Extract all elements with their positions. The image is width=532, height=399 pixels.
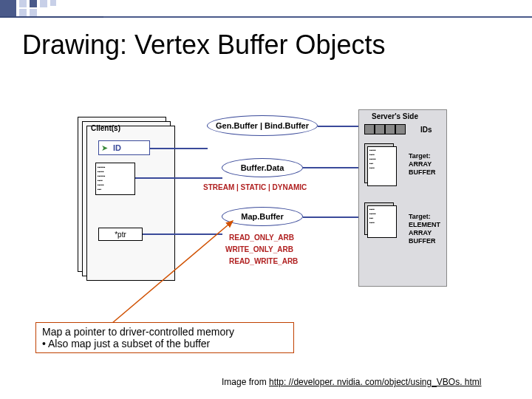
slide-title: Drawing: Vertex Buffer Objects [22,30,386,61]
server-title: Server's Side [372,112,418,120]
callout-arrow-icon [100,216,248,335]
caption-line2: • Also map just a subset of the buffer [42,338,287,349]
genbuffer-bindbuffer-node: Gen.Buffer | Bind.Buffer [207,115,318,136]
client-label: Client(s) [91,124,120,132]
vbo-diagram: Client(s) ➤ ID ▪▪▪▪▪▪▪▪▪▪▪▪▪▪▪▪▪▪▪▪▪▪▪▪▪… [78,109,447,316]
server-panel [358,109,447,287]
image-credit: Image from http: //developer. nvidia. co… [222,377,482,387]
header-rule-accent [0,16,103,18]
bufferdata-node: Buffer.Data [222,158,303,177]
caption-line1: Map a pointer to driver-controlled memor… [42,326,287,338]
credit-prefix: Image from [222,377,269,387]
id-arrow-icon: ➤ [101,143,108,153]
ids-grid [364,124,409,134]
id-label: ID [113,143,121,152]
target-element-label: Target: ELEMENT ARRAY BUFFER [409,213,440,245]
credit-link[interactable]: http: //developer. nvidia. com/object/us… [269,377,481,387]
slide-decoration [0,0,532,18]
target-array-label: Target: ARRAY BUFFER [409,152,436,177]
caption-box: Map a pointer to driver-controlled memor… [35,322,294,353]
client-data-lines: ▪▪▪▪▪▪▪▪▪▪▪▪▪▪▪▪▪▪▪▪▪▪▪▪▪▪▪▪▪ [98,165,106,191]
ids-label: IDs [420,126,432,134]
svg-line-0 [107,221,233,327]
usage-hints-label: STREAM | STATIC | DYNAMIC [203,183,307,191]
